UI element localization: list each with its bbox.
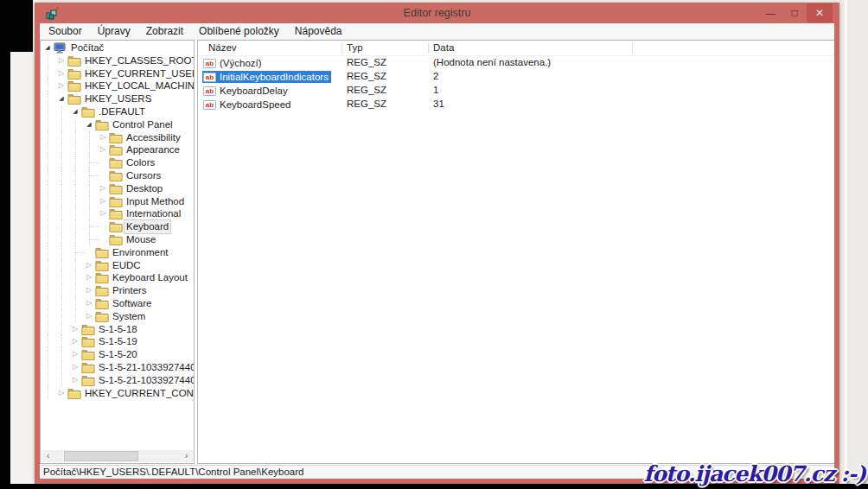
tree-item-input-method[interactable]: ▷Input Method	[41, 195, 194, 208]
folder-icon	[81, 349, 95, 360]
value-row-keyboarddelay[interactable]: abKeyboardDelayREG_SZ1	[198, 84, 834, 98]
column-separator[interactable]	[632, 42, 633, 54]
tree-item-accessibility[interactable]: ▷Accessibility	[41, 131, 194, 144]
folder-icon	[95, 298, 109, 309]
collapse-arrow-icon[interactable]: ◢	[84, 118, 94, 131]
tree-item-s-1-5-19[interactable]: ▷S-1-5-19	[41, 335, 194, 348]
value-name: KeyboardDelay	[220, 85, 288, 98]
value-name-cell: ab(Výchozí)	[202, 56, 265, 70]
tree-item-hkey-local-machine[interactable]: ▷HKEY_LOCAL_MACHINE	[41, 79, 194, 92]
registry-values-pane: NázevTypData ab(Výchozí)REG_SZ(Hodnota n…	[197, 40, 834, 464]
folder-icon	[67, 80, 81, 92]
tree-item-label: Keyboard	[124, 220, 170, 233]
tree-item-počítač[interactable]: ◢Počítač	[41, 41, 194, 54]
tree-horizontal-scrollbar[interactable]: ‹ ›	[41, 450, 193, 462]
value-name-cell: abInitialKeyboardIndicators	[202, 70, 331, 84]
menu-item-nápověda[interactable]: Nápověda	[287, 23, 350, 39]
tree-item-hkey-current-user[interactable]: ▷HKEY_CURRENT_USER	[41, 67, 194, 80]
tree-item-eudc[interactable]: ▷EUDC	[41, 259, 194, 272]
tree-item-printers[interactable]: ▷Printers	[41, 284, 194, 297]
tree-item-label: S-1-5-21-1033927440-153	[97, 361, 194, 374]
expand-arrow-icon[interactable]: ▷	[56, 79, 67, 92]
scrollbar-track[interactable]	[54, 450, 180, 462]
scroll-right-icon[interactable]: ›	[180, 450, 193, 462]
close-button[interactable]: ✕	[807, 3, 833, 22]
tree-item-s-1-5-18[interactable]: ▷S-1-5-18	[41, 323, 194, 336]
column-header-název[interactable]: Název	[208, 42, 237, 53]
column-header-data[interactable]: Data	[433, 42, 454, 53]
expand-arrow-icon[interactable]: ▷	[98, 131, 108, 144]
tree-guide-line	[48, 118, 48, 131]
tree-item-s-1-5-21-1033927440-153[interactable]: ▷S-1-5-21-1033927440-153	[41, 361, 194, 374]
value-row-výchozí[interactable]: ab(Výchozí)REG_SZ(Hodnota není nastavena…	[198, 56, 834, 70]
tree-item-desktop[interactable]: ▷Desktop	[41, 182, 194, 195]
expand-arrow-icon[interactable]: ▷	[70, 335, 80, 348]
menu-item-úpravy[interactable]: Úpravy	[90, 23, 138, 39]
expand-arrow-icon[interactable]: ▷	[98, 143, 108, 156]
expand-arrow-icon[interactable]: ▷	[56, 67, 67, 80]
expand-arrow-icon[interactable]: ▷	[70, 323, 80, 336]
value-data: 31	[433, 98, 444, 111]
tree-item-hkey-users[interactable]: ◢HKEY_USERS	[41, 92, 194, 105]
expand-arrow-icon[interactable]: ▷	[98, 207, 108, 220]
tree-item-software[interactable]: ▷Software	[41, 297, 194, 310]
folder-icon	[67, 388, 81, 399]
folder-icon	[95, 285, 109, 296]
expand-arrow-icon[interactable]: ▷	[84, 310, 94, 323]
expand-arrow-icon[interactable]: ▷	[84, 284, 94, 297]
expand-arrow-icon[interactable]: ▷	[98, 182, 108, 195]
column-separator[interactable]	[428, 42, 429, 54]
tree-item-default[interactable]: ◢.DEFAULT	[41, 105, 194, 118]
collapse-arrow-icon[interactable]: ◢	[56, 92, 67, 105]
tree-guide-stub	[89, 162, 99, 163]
tree-guide-line	[61, 284, 62, 297]
expand-arrow-icon[interactable]: ▷	[56, 54, 67, 67]
expand-arrow-icon[interactable]: ▷	[98, 195, 108, 208]
tree-item-label: Appearance	[124, 143, 182, 156]
value-row-keyboardspeed[interactable]: abKeyboardSpeedREG_SZ31	[198, 98, 834, 111]
tree-item-s-1-5-21-1033927440-153[interactable]: ▷S-1-5-21-1033927440-153	[41, 374, 194, 387]
tree-item-mouse[interactable]: Mouse	[41, 233, 194, 246]
scrollbar-thumb[interactable]	[64, 451, 138, 461]
expand-arrow-icon[interactable]: ▷	[84, 271, 94, 284]
maximize-button[interactable]: □	[782, 3, 807, 22]
reg-sz-string-icon: ab	[203, 59, 216, 68]
tree-guide-line	[48, 195, 48, 208]
scroll-left-icon[interactable]: ‹	[41, 450, 54, 462]
column-separator[interactable]	[341, 42, 342, 54]
folder-icon	[81, 336, 95, 347]
tree-item-system[interactable]: ▷System	[41, 310, 194, 323]
expand-arrow-icon[interactable]: ▷	[70, 348, 80, 361]
tree-item-keyboard[interactable]: Keyboard	[41, 220, 194, 233]
value-name: InitialKeyboardIndicators	[220, 71, 329, 84]
value-name: KeyboardSpeed	[220, 98, 290, 111]
column-header-typ[interactable]: Typ	[347, 42, 363, 53]
tree-item-appearance[interactable]: ▷Appearance	[41, 143, 194, 156]
collapse-arrow-icon[interactable]: ◢	[42, 41, 53, 54]
minimize-button[interactable]: —	[758, 3, 782, 22]
expand-arrow-icon[interactable]: ▷	[56, 387, 67, 400]
expand-arrow-icon[interactable]: ▷	[70, 361, 80, 374]
expand-arrow-icon[interactable]: ▷	[84, 297, 94, 310]
menu-item-oblíbené-položky[interactable]: Oblíbené položky	[191, 23, 287, 39]
expand-arrow-icon[interactable]: ▷	[70, 374, 80, 387]
tree-item-s-1-5-20[interactable]: ▷S-1-5-20	[41, 348, 194, 361]
tree-item-hkey-current-config[interactable]: ▷HKEY_CURRENT_CONFIG	[41, 387, 194, 400]
collapse-arrow-icon[interactable]: ◢	[70, 105, 80, 118]
value-row-initialkeyboardindicators[interactable]: abInitialKeyboardIndicatorsREG_SZ2	[198, 70, 834, 84]
tree-item-control-panel[interactable]: ◢Control Panel	[41, 118, 194, 131]
tree-guide-line	[48, 92, 48, 105]
folder-icon	[81, 324, 95, 335]
folder-icon	[109, 132, 123, 143]
expand-arrow-icon[interactable]: ▷	[84, 259, 94, 272]
tree-item-keyboard-layout[interactable]: ▷Keyboard Layout	[41, 271, 194, 284]
tree-item-hkey-classes-root[interactable]: ▷HKEY_CLASSES_ROOT	[41, 54, 194, 67]
folder-icon	[109, 221, 123, 232]
tree-item-label: Accessibility	[124, 131, 182, 144]
tree-item-international[interactable]: ▷International	[41, 207, 194, 220]
menu-item-soubor[interactable]: Soubor	[41, 23, 90, 39]
menu-item-zobrazit[interactable]: Zobrazit	[138, 23, 191, 39]
tree-item-cursors[interactable]: Cursors	[41, 169, 194, 182]
tree-item-environment[interactable]: Environment	[41, 246, 194, 259]
tree-item-colors[interactable]: Colors	[41, 156, 194, 169]
